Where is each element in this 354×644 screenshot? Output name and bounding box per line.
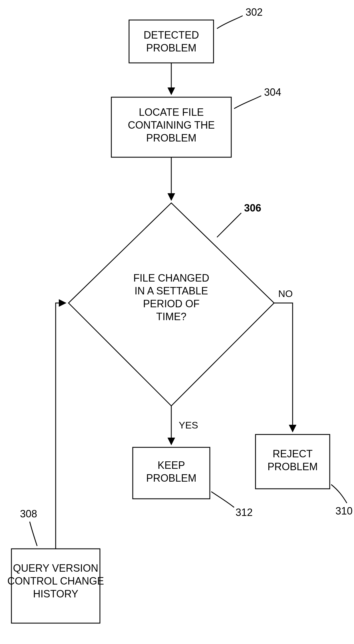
decision-line3: PERIOD OF bbox=[143, 298, 200, 310]
node-locate-file: LOCATE FILE CONTAINING THE PROBLEM bbox=[111, 97, 231, 157]
locate-line3: PROBLEM bbox=[146, 132, 196, 144]
keep-line1: KEEP bbox=[158, 459, 185, 471]
query-line2: CONTROL CHANGE bbox=[7, 575, 104, 587]
svg-rect-0 bbox=[129, 20, 214, 63]
node-detected-problem: DETECTED PROBLEM bbox=[129, 20, 214, 63]
node-reject-problem: REJECT PROBLEM bbox=[256, 434, 330, 489]
node-keep-problem: KEEP PROBLEM bbox=[133, 447, 210, 499]
svg-text:308: 308 bbox=[20, 508, 37, 520]
edge-query-to-decision bbox=[56, 303, 66, 549]
locate-line2: CONTAINING THE bbox=[128, 119, 215, 131]
ref-312: 312 bbox=[211, 492, 253, 518]
detected-line2: PROBLEM bbox=[146, 42, 196, 54]
node-decision-file-changed: FILE CHANGED IN A SETTABLE PERIOD OF TIM… bbox=[69, 203, 274, 406]
query-line1: QUERY VERSION bbox=[13, 562, 98, 574]
ref-310: 310 bbox=[331, 485, 353, 517]
ref-304: 304 bbox=[234, 86, 281, 109]
svg-text:306: 306 bbox=[244, 202, 261, 214]
svg-text:304: 304 bbox=[264, 86, 281, 98]
svg-text:302: 302 bbox=[246, 6, 263, 18]
query-line3: HISTORY bbox=[33, 588, 79, 600]
svg-text:312: 312 bbox=[236, 507, 253, 518]
ref-302: 302 bbox=[217, 6, 263, 29]
edge-label-yes: YES bbox=[179, 420, 198, 430]
ref-306: 306 bbox=[217, 202, 261, 237]
edge-decision-no bbox=[274, 303, 293, 432]
locate-line1: LOCATE FILE bbox=[139, 106, 204, 118]
edge-label-no: NO bbox=[278, 288, 293, 299]
node-query-version-control: QUERY VERSION CONTROL CHANGE HISTORY bbox=[7, 549, 104, 623]
decision-line1: FILE CHANGED bbox=[133, 272, 209, 284]
ref-308: 308 bbox=[20, 508, 37, 546]
detected-line1: DETECTED bbox=[144, 29, 199, 41]
flowchart: DETECTED PROBLEM 302 LOCATE FILE CONTAIN… bbox=[0, 0, 354, 644]
svg-text:310: 310 bbox=[335, 505, 353, 517]
decision-line4: TIME? bbox=[156, 311, 186, 322]
reject-line2: PROBLEM bbox=[267, 461, 318, 472]
reject-line1: REJECT bbox=[273, 448, 313, 460]
keep-line2: PROBLEM bbox=[146, 472, 196, 484]
decision-line2: IN A SETTABLE bbox=[134, 285, 208, 297]
